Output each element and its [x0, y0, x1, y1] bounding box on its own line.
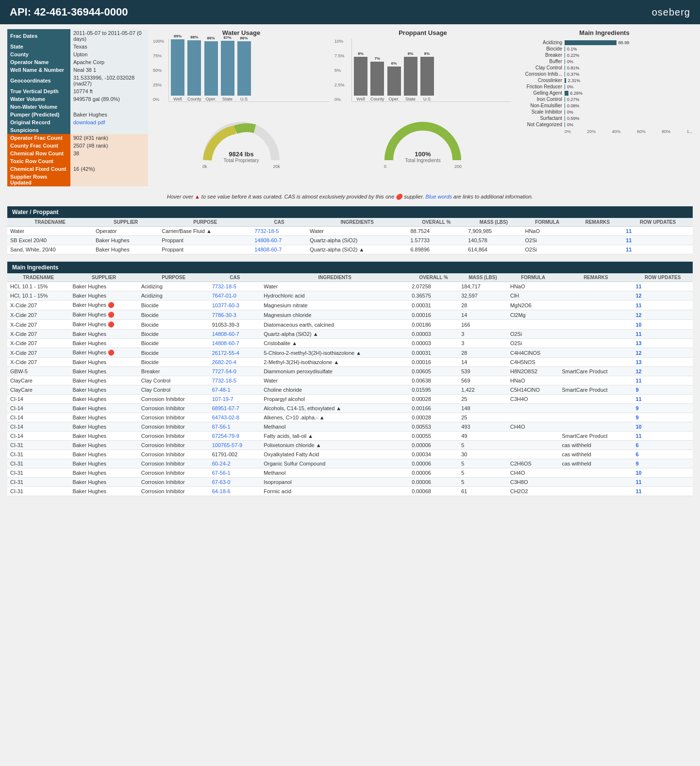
- col-overall: OVERALL %: [409, 273, 458, 282]
- update-number: 11: [635, 433, 641, 439]
- ingredient-bar: [565, 116, 565, 121]
- bar: [237, 41, 251, 96]
- table-row: X-Cide 207Baker HughesBiocide2682-20-42-…: [7, 358, 693, 367]
- bar-group: 7%County: [370, 56, 384, 101]
- info-value: Apache Corp: [70, 58, 148, 66]
- ingredient-name: Iron Control: [516, 97, 565, 102]
- cas-link[interactable]: 64743-02-8: [212, 415, 239, 420]
- update-number: 11: [635, 479, 641, 485]
- cas-link[interactable]: 67254-79-9: [212, 433, 239, 439]
- cas-link[interactable]: 67-56-1: [212, 424, 231, 430]
- cas-link[interactable]: 14808-60-7: [254, 237, 282, 243]
- ingredient-row: Crosslinker2.31%: [516, 78, 693, 83]
- gauge1-sub: Total Proprietary: [224, 158, 259, 163]
- ingredient-row: Gelling Agent6.26%: [516, 90, 693, 96]
- cas-link[interactable]: 67-48-1: [212, 387, 231, 393]
- bar-group: 86%Oper.: [204, 36, 218, 101]
- info-value: 2507 (#8 rank): [70, 142, 148, 150]
- ingredient-bar: [565, 53, 565, 58]
- col-updates: ROW UPDATES: [623, 218, 693, 227]
- col-updates: ROW UPDATES: [633, 273, 693, 282]
- ingredient-name: Surfactant: [516, 116, 565, 121]
- ingredient-name: Corrosion Inhib...: [516, 71, 565, 77]
- cas-link[interactable]: 14808-60-7: [212, 331, 239, 337]
- cas-link[interactable]: 7647-01-0: [212, 293, 236, 299]
- cas-link[interactable]: 7732-18-5: [254, 228, 279, 234]
- info-label: Operator Name: [7, 58, 70, 66]
- gauge1-container: 9824 lbs Total Proprietary 0k 20k: [153, 117, 330, 169]
- water-proppant-table-section: Water / Proppant TRADENAME SUPPLIER PURP…: [7, 206, 693, 254]
- cas-link[interactable]: 64-18-6: [212, 488, 231, 494]
- ingredient-name: Breaker: [516, 52, 565, 58]
- y-label: 5%: [334, 68, 345, 73]
- ingredient-row: Clay Control0.81%: [516, 65, 693, 70]
- update-number: 9: [635, 405, 638, 411]
- update-number: 13: [635, 340, 641, 346]
- ing-x-labels: 0%20%40%60%80%1...: [516, 129, 693, 134]
- cas-link[interactable]: 10377-60-3: [212, 302, 239, 308]
- cas-link[interactable]: 67-56-1: [212, 470, 231, 476]
- col-formula: FORMULA: [522, 218, 572, 227]
- main-ingredients-chart-title: Main Ingredients: [516, 29, 693, 36]
- ingredient-bar: [565, 91, 568, 96]
- cas-link[interactable]: 107-19-7: [212, 396, 233, 402]
- cas-link[interactable]: 60-24-2: [212, 461, 231, 466]
- col-purpose: PURPOSE: [159, 218, 251, 227]
- main-ingredients-table: TRADENAME SUPPLIER PURPOSE CAS INGREDIEN…: [7, 273, 693, 496]
- main-ingredients-chart-section: Main Ingredients Acidizing88.98Biocide0.…: [516, 29, 693, 186]
- update-number: 10: [635, 424, 641, 430]
- table-row: CI-31Baker HughesCorrosion Inhibitor64-1…: [7, 487, 693, 496]
- y-label: 0%: [153, 97, 164, 102]
- update-number: 11: [635, 331, 641, 337]
- cas-link[interactable]: 26172-55-4: [212, 350, 239, 356]
- info-value[interactable]: download pdf: [70, 118, 148, 126]
- ingredient-value: 88.98: [618, 40, 630, 45]
- info-label: Water Volume: [7, 95, 70, 103]
- table-row: CI-14Baker HughesCorrosion Inhibitor67-5…: [7, 422, 693, 432]
- info-value: Neal 38 1: [70, 66, 148, 74]
- water-proppant-table: TRADENAME SUPPLIER PURPOSE CAS INGREDIEN…: [7, 218, 693, 254]
- info-label: Suspicions: [7, 126, 70, 134]
- cas-link[interactable]: 7732-18-5: [212, 378, 236, 383]
- bar-group: 88%County: [187, 35, 201, 101]
- bar: [420, 57, 434, 96]
- download-pdf-link[interactable]: download pdf: [73, 119, 105, 125]
- table-row: ClayCareBaker HughesClay Control7732-18-…: [7, 376, 693, 385]
- cas-link[interactable]: 7732-18-5: [212, 283, 236, 289]
- cas-link[interactable]: 7727-54-0: [212, 368, 236, 374]
- cas-link[interactable]: 14808-60-7: [254, 247, 282, 252]
- col-mass: MASS (LBS): [465, 218, 522, 227]
- ingredient-value: 0.1%: [567, 47, 577, 51]
- bar: [404, 57, 417, 96]
- cas-link[interactable]: 100765-57-9: [212, 442, 242, 448]
- col-formula: FORMULA: [507, 273, 559, 282]
- main-content: Frac Dates2011-05-07 to 2011-05-07 (0 da…: [0, 24, 700, 508]
- bar-group: 8%U.S: [420, 51, 434, 101]
- info-value: 31.5333996, -102.032028 (nad27): [70, 74, 148, 87]
- info-value: 38: [70, 150, 148, 157]
- cas-link[interactable]: 2682-20-4: [212, 359, 236, 365]
- ingredient-name: Clay Control: [516, 65, 565, 70]
- gauge2-sub: Total Ingredients: [405, 158, 440, 163]
- water-proppant-header: Water / Proppant: [7, 206, 693, 218]
- info-value: [70, 173, 148, 186]
- y-label: 10%: [334, 39, 345, 44]
- update-number: 11: [635, 396, 641, 402]
- table-row: X-Cide 207Baker HughesBiocide14808-60-7Q…: [7, 330, 693, 339]
- cas-link[interactable]: 7786-30-3: [212, 312, 236, 318]
- update-number: 13: [635, 359, 641, 365]
- table-row: CI-31Baker HughesCorrosion Inhibitor6179…: [7, 450, 693, 459]
- ingredient-name: Acidizing: [516, 40, 565, 45]
- cas-link[interactable]: 14808-60-7: [212, 340, 239, 346]
- update-number: 6: [635, 451, 638, 457]
- ingredient-row: Not Categorized0%: [516, 122, 693, 127]
- cas-link[interactable]: 67-63-0: [212, 479, 231, 485]
- col-cas: CAS: [251, 218, 307, 227]
- info-label: County: [7, 50, 70, 58]
- info-value: Upton: [70, 50, 148, 58]
- update-number: 9: [635, 461, 638, 466]
- table-row: ClayCareBaker HughesClay Control67-48-1C…: [7, 385, 693, 395]
- update-number: 12: [635, 293, 641, 299]
- cas-link[interactable]: 68951-67-7: [212, 405, 239, 411]
- col-cas: CAS: [209, 273, 261, 282]
